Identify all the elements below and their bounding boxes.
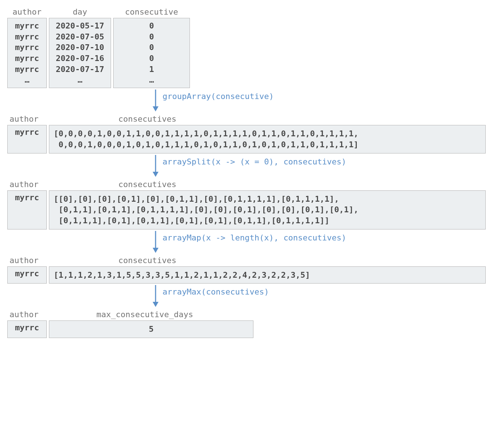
table4-row: myrrc [1,1,1,2,1,3,1,5,5,3,3,5,1,1,2,1,1…	[7, 266, 486, 284]
annotation-arraymax: arrayMax(consecutives)	[163, 287, 269, 296]
table4-value: [1,1,1,2,1,3,1,5,5,3,3,5,1,1,2,1,1,2,2,4…	[49, 266, 486, 284]
annotation-grouparray: groupArray(consecutive)	[163, 92, 274, 101]
header-author: author	[7, 7, 47, 16]
step-initial-table: author day consecutive myrrcmyrrcmyrrcmy…	[7, 7, 486, 88]
table5-headers: author max_consecutive_days	[7, 310, 486, 319]
table4-author: myrrc	[7, 266, 47, 284]
table1-headers: author day consecutive	[7, 7, 486, 16]
step-grouparray-result: author consecutives myrrc [0,0,0,0,1,0,0…	[7, 114, 486, 153]
table2-headers: author consecutives	[7, 114, 486, 124]
arrow-step2: arraySplit(x -> (x = 0), consecutives)	[152, 155, 486, 177]
arrow-down-icon	[152, 231, 160, 253]
header-consecutives: consecutives	[49, 180, 486, 189]
table1-day-cell: 2020-05-172020-07-052020-07-102020-07-16…	[49, 18, 111, 88]
svg-marker-3	[153, 172, 158, 177]
table5-value: 5	[49, 320, 253, 338]
arrow-step4: arrayMax(consecutives)	[152, 285, 486, 307]
table3-value: [[0],[0],[0],[0,1],[0],[0,1,1],[0],[0,1,…	[49, 190, 486, 229]
header-author: author	[7, 256, 47, 265]
table3-headers: author consecutives	[7, 180, 486, 189]
header-author: author	[7, 310, 47, 319]
arrow-step3: arrayMap(x -> length(x), consecutives)	[152, 231, 486, 253]
arrow-down-icon	[152, 90, 160, 111]
table1-author-cell: myrrcmyrrcmyrrcmyrrcmyrrc…	[7, 18, 47, 88]
annotation-arraymap: arrayMap(x -> length(x), consecutives)	[163, 233, 346, 242]
arrow-step1: groupArray(consecutive)	[152, 90, 486, 111]
step-arraysplit-result: author consecutives myrrc [[0],[0],[0],[…	[7, 180, 486, 229]
annotation-arraysplit: arraySplit(x -> (x = 0), consecutives)	[163, 157, 346, 166]
table3-author: myrrc	[7, 190, 47, 229]
header-consecutives: consecutives	[49, 114, 486, 124]
table2-author: myrrc	[7, 125, 47, 153]
svg-marker-1	[153, 106, 158, 111]
table5-row: myrrc 5	[7, 320, 486, 338]
table5-author: myrrc	[7, 320, 47, 338]
arrow-down-icon	[152, 155, 160, 177]
table3-row: myrrc [[0],[0],[0],[0,1],[0],[0,1,1],[0]…	[7, 190, 486, 229]
table1-consecutive-cell: 00001…	[113, 18, 190, 88]
table1-row: myrrcmyrrcmyrrcmyrrcmyrrc… 2020-05-17202…	[7, 18, 486, 88]
header-max-consecutive-days: max_consecutive_days	[49, 310, 486, 319]
svg-marker-7	[153, 302, 158, 307]
table4-headers: author consecutives	[7, 256, 486, 265]
step-arraymap-result: author consecutives myrrc [1,1,1,2,1,3,1…	[7, 256, 486, 284]
table2-value: [0,0,0,0,1,0,0,1,1,0,0,1,1,1,1,0,1,1,1,1…	[49, 125, 486, 153]
svg-marker-5	[153, 248, 158, 253]
header-day: day	[49, 7, 111, 16]
header-author: author	[7, 114, 47, 124]
table2-row: myrrc [0,0,0,0,1,0,0,1,1,0,0,1,1,1,1,0,1…	[7, 125, 486, 153]
header-author: author	[7, 180, 47, 189]
arrow-down-icon	[152, 285, 160, 307]
step-final-result: author max_consecutive_days myrrc 5	[7, 310, 486, 338]
header-consecutives: consecutives	[49, 256, 486, 265]
header-consecutive: consecutive	[113, 7, 190, 16]
